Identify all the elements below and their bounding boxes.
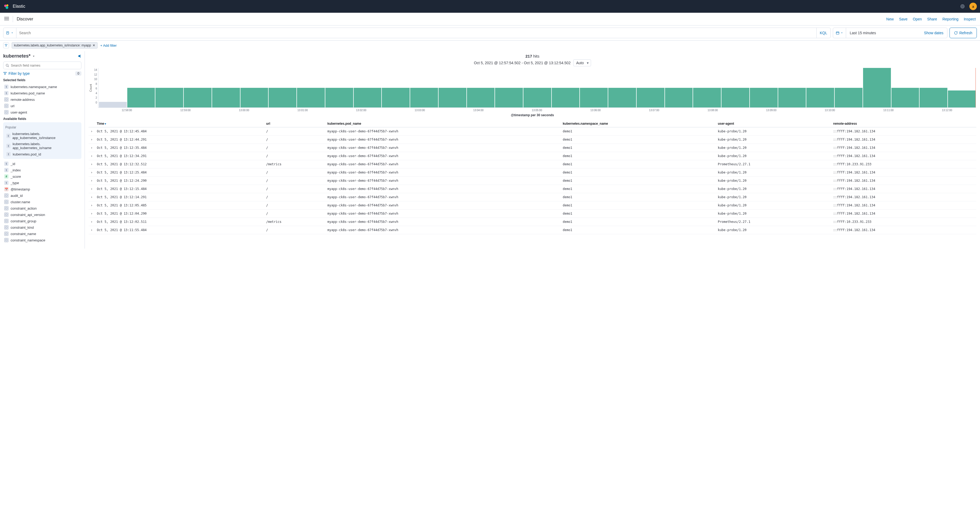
histogram-bar[interactable] [269, 88, 296, 108]
field-search-input[interactable] [11, 64, 79, 67]
histogram-bar[interactable] [665, 88, 693, 108]
histogram-bar[interactable] [750, 88, 778, 108]
column-header[interactable]: url [264, 120, 325, 128]
query-language-button[interactable]: KQL [816, 28, 830, 38]
topnav-new[interactable]: New [886, 17, 894, 21]
field-item[interactable]: constraint_name [3, 231, 81, 237]
histogram-bar[interactable] [721, 88, 749, 108]
table-row[interactable]: ›Oct 5, 2021 @ 13:12:05.485/myapp-ck8s-u… [89, 201, 976, 210]
topnav-inspect[interactable]: Inspect [964, 17, 976, 21]
topnav-open[interactable]: Open [913, 17, 922, 21]
expand-row-icon[interactable]: › [89, 201, 95, 210]
field-item[interactable]: url [3, 103, 81, 109]
expand-row-icon[interactable]: › [89, 193, 95, 201]
histogram-bar[interactable] [155, 88, 183, 108]
collapse-sidebar-icon[interactable]: ⮜ [78, 54, 81, 58]
expand-row-icon[interactable]: › [89, 152, 95, 160]
table-row[interactable]: ›Oct 5, 2021 @ 13:12:35.484/myapp-ck8s-u… [89, 144, 976, 152]
field-item[interactable]: tkubernetes.pod_id [5, 151, 79, 157]
change-all-filters-button[interactable] [3, 43, 9, 48]
table-row[interactable]: ›Oct 5, 2021 @ 13:12:14.291/myapp-ck8s-u… [89, 193, 976, 201]
field-item[interactable]: 📅@timestamp [3, 186, 81, 192]
histogram-bar[interactable] [693, 88, 721, 108]
histogram-bar[interactable] [184, 88, 212, 108]
histogram-bar[interactable] [608, 88, 636, 108]
field-item[interactable]: tkubernetes.labels. app_kubernetes_io/na… [5, 141, 79, 151]
topnav-save[interactable]: Save [899, 17, 908, 21]
table-row[interactable]: ›Oct 5, 2021 @ 13:12:24.290/myapp-ck8s-u… [89, 177, 976, 185]
field-item[interactable]: constraint_action [3, 205, 81, 211]
table-row[interactable]: ›Oct 5, 2021 @ 13:12:02.511/metricsmyapp… [89, 218, 976, 226]
expand-row-icon[interactable]: › [89, 185, 95, 193]
date-range-label[interactable]: Last 15 minutes [846, 28, 920, 38]
histogram-bar[interactable] [778, 88, 806, 108]
histogram-bar[interactable] [948, 91, 976, 107]
field-item[interactable]: t_id [3, 161, 81, 167]
expand-row-icon[interactable]: › [89, 218, 95, 226]
field-item[interactable]: audit_id [3, 192, 81, 199]
interval-select[interactable]: Auto [573, 59, 591, 66]
table-row[interactable]: ›Oct 5, 2021 @ 13:12:04.290/myapp-ck8s-u… [89, 210, 976, 218]
field-item[interactable]: tkubernetes.pod_name [3, 90, 81, 96]
nav-toggle-icon[interactable] [4, 16, 9, 22]
histogram-bar[interactable] [636, 88, 665, 108]
field-item[interactable]: remote-address [3, 96, 81, 103]
expand-row-icon[interactable]: › [89, 169, 95, 177]
user-avatar[interactable]: a [969, 3, 977, 10]
expand-row-icon[interactable]: › [89, 210, 95, 218]
field-item[interactable]: constraint_group [3, 218, 81, 224]
table-row[interactable]: ›Oct 5, 2021 @ 13:12:15.484/myapp-ck8s-u… [89, 185, 976, 193]
histogram-bar[interactable] [212, 88, 240, 108]
histogram-bar[interactable] [99, 102, 127, 107]
table-row[interactable]: ›Oct 5, 2021 @ 13:12:44.291/myapp-ck8s-u… [89, 136, 976, 144]
histogram-bar[interactable] [806, 88, 834, 108]
histogram-bar[interactable] [835, 88, 862, 108]
histogram-bar[interactable] [354, 88, 382, 108]
query-input[interactable] [16, 28, 816, 38]
field-item[interactable]: t_index [3, 167, 81, 173]
histogram-bar[interactable] [552, 88, 580, 108]
histogram-bar[interactable] [325, 88, 353, 108]
column-header[interactable]: user-agent [716, 120, 831, 128]
field-item[interactable]: t_type [3, 180, 81, 186]
histogram-bar[interactable] [580, 88, 608, 108]
table-row[interactable]: ›Oct 5, 2021 @ 13:12:45.484/myapp-ck8s-u… [89, 128, 976, 136]
table-row[interactable]: ›Oct 5, 2021 @ 13:12:25.484/myapp-ck8s-u… [89, 169, 976, 177]
expand-row-icon[interactable]: › [89, 226, 95, 234]
histogram-bar[interactable] [863, 68, 891, 107]
filter-by-type-button[interactable]: Filter by type [3, 71, 30, 76]
saved-query-button[interactable] [3, 28, 16, 38]
histogram-bar[interactable] [467, 88, 495, 108]
expand-row-icon[interactable]: › [89, 160, 95, 169]
histogram-bar[interactable] [891, 88, 919, 108]
expand-row-icon[interactable]: › [89, 144, 95, 152]
field-item[interactable]: constraint_api_version [3, 211, 81, 218]
histogram-bar[interactable] [439, 88, 466, 108]
histogram-bar[interactable] [920, 88, 947, 108]
add-filter-button[interactable]: + Add filter [100, 43, 117, 48]
histogram-chart[interactable]: Count 14121086420 [89, 68, 976, 108]
topnav-share[interactable]: Share [927, 17, 937, 21]
histogram-bar[interactable] [240, 88, 268, 108]
help-icon[interactable] [958, 2, 967, 11]
refresh-button[interactable]: Refresh [950, 27, 977, 38]
histogram-bar[interactable] [410, 88, 438, 108]
index-pattern-switcher[interactable]: kubernetes* [3, 53, 35, 59]
histogram-bar[interactable] [495, 88, 523, 108]
field-item[interactable]: #_score [3, 173, 81, 180]
filter-pill-remove-icon[interactable]: ✕ [92, 43, 95, 47]
histogram-bar[interactable] [127, 88, 155, 108]
table-row[interactable]: ›Oct 5, 2021 @ 13:12:32.512/metricsmyapp… [89, 160, 976, 169]
column-header[interactable]: kubernetes.namespace_name [560, 120, 716, 128]
date-quick-select-button[interactable] [833, 28, 846, 38]
field-item[interactable]: constraint_kind [3, 224, 81, 231]
field-search[interactable] [3, 62, 81, 69]
filter-pill[interactable]: kubernetes.labels.app_kubernetes_io/inst… [12, 42, 97, 49]
table-row[interactable]: ›Oct 5, 2021 @ 13:11:55.484/myapp-ck8s-u… [89, 226, 976, 234]
field-item[interactable]: user-agent [3, 109, 81, 115]
field-item[interactable]: tkubernetes.namespace_name [3, 84, 81, 90]
column-header[interactable]: Time▾ [95, 120, 264, 128]
field-item[interactable]: tkubernetes.labels. app_kubernetes_io/in… [5, 131, 79, 141]
histogram-bar[interactable] [523, 88, 551, 108]
table-row[interactable]: ›Oct 5, 2021 @ 13:12:34.291/myapp-ck8s-u… [89, 152, 976, 160]
